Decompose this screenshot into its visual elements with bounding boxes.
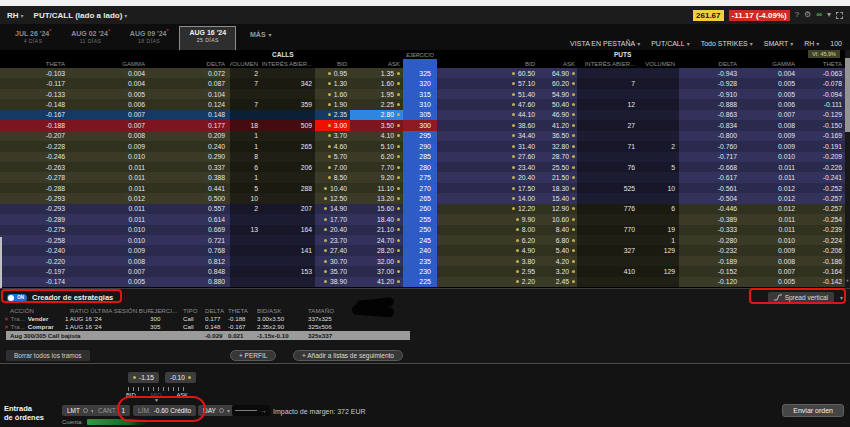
call-bid-cell[interactable]: 10.40 bbox=[315, 183, 350, 193]
put-bid-cell[interactable]: 4.90 bbox=[437, 245, 537, 255]
put-bid-cell[interactable]: 12.20 bbox=[437, 204, 537, 214]
remove-leg-icon[interactable]: ✕ bbox=[4, 316, 9, 322]
tif-chip[interactable]: DAY ▾ bbox=[198, 405, 235, 416]
strike-cell[interactable]: 290 bbox=[403, 141, 437, 151]
more-expiries-tab[interactable]: MÁS ▾ bbox=[250, 31, 272, 38]
call-ask-cell[interactable]: 24.70 bbox=[350, 235, 403, 245]
call-ask-cell[interactable]: 1.95 bbox=[350, 89, 403, 99]
slider-ask-label[interactable]: ASK bbox=[176, 392, 188, 398]
call-bid-cell[interactable]: 35.70 bbox=[315, 266, 350, 276]
put-ask-cell[interactable]: 18.30 bbox=[537, 183, 577, 193]
strike-cell[interactable]: 285 bbox=[403, 152, 437, 162]
strike-cell[interactable]: 235 bbox=[403, 256, 437, 266]
tab-expiry[interactable]: JUL 26 '24*4 DÍAS bbox=[6, 26, 60, 50]
call-ask-cell[interactable]: 13.20 bbox=[350, 193, 403, 203]
help-icon[interactable]: ? bbox=[795, 11, 799, 19]
put-ask-cell[interactable]: 50.40 bbox=[537, 99, 577, 109]
put-bid-cell[interactable]: 60.50 bbox=[437, 68, 537, 78]
call-ask-cell[interactable]: 41.20 bbox=[350, 277, 403, 287]
caret-down-icon[interactable]: ▾ bbox=[840, 294, 843, 301]
redacted-chip[interactable]: → bbox=[232, 405, 270, 416]
caret-down-icon[interactable]: ▾ bbox=[827, 11, 831, 19]
call-bid-cell[interactable]: 2.35 bbox=[315, 110, 350, 120]
put-bid-cell[interactable]: 38.60 bbox=[437, 120, 537, 130]
call-ask-cell[interactable]: 18.40 bbox=[350, 214, 403, 224]
slider-bid-label[interactable]: BID bbox=[126, 392, 136, 398]
call-ask-cell[interactable]: 11.10 bbox=[350, 183, 403, 193]
call-ask-cell[interactable]: 7.70 bbox=[350, 162, 403, 172]
put-bid-cell[interactable]: 27.60 bbox=[437, 152, 537, 162]
tab-expiry[interactable]: AUG 16 '2425 DÍAS bbox=[179, 26, 236, 50]
strike-cell[interactable]: 250 bbox=[403, 225, 437, 235]
strike-cell[interactable]: 275 bbox=[403, 172, 437, 182]
put-bid-cell[interactable]: 14.00 bbox=[437, 193, 537, 203]
put-ask-cell[interactable]: 2.45 bbox=[537, 277, 577, 287]
call-ask-cell[interactable]: 4.10 bbox=[350, 131, 403, 141]
put-ask-cell[interactable]: 21.50 bbox=[537, 172, 577, 182]
strike-cell[interactable]: 230 bbox=[403, 266, 437, 276]
put-ask-cell[interactable]: 60.20 bbox=[537, 78, 577, 88]
put-ask-cell[interactable]: 15.40 bbox=[537, 193, 577, 203]
gear-icon[interactable]: ⚙ bbox=[804, 11, 811, 19]
call-bid-cell[interactable]: 1.60 bbox=[315, 89, 350, 99]
control-todo-strikes[interactable]: Todo STRIKES▾ bbox=[701, 40, 753, 47]
put-bid-cell[interactable]: 6.20 bbox=[437, 235, 537, 245]
control-vista-en-pesta-a[interactable]: VISTA EN PESTAÑA▾ bbox=[570, 40, 640, 47]
strike-cell[interactable]: 240 bbox=[403, 245, 437, 255]
strike-cell[interactable]: 310 bbox=[403, 99, 437, 109]
price-slider[interactable] bbox=[128, 387, 186, 391]
put-ask-cell[interactable]: 28.70 bbox=[537, 152, 577, 162]
call-bid-cell[interactable]: 23.70 bbox=[315, 235, 350, 245]
put-ask-cell[interactable]: 3.20 bbox=[537, 266, 577, 276]
call-ask-cell[interactable]: 15.60 bbox=[350, 204, 403, 214]
strike-cell[interactable]: 265 bbox=[403, 193, 437, 203]
put-ask-cell[interactable]: 64.90 bbox=[537, 68, 577, 78]
call-bid-cell[interactable]: 4.60 bbox=[315, 141, 350, 151]
profile-button[interactable]: + PERFIL bbox=[230, 350, 276, 361]
control-rh[interactable]: RH▾ bbox=[804, 40, 819, 47]
call-ask-cell[interactable]: 1.60 bbox=[350, 78, 403, 88]
call-ask-cell[interactable]: 21.10 bbox=[350, 225, 403, 235]
put-bid-cell[interactable]: 2.20 bbox=[437, 277, 537, 287]
call-bid-cell[interactable]: 12.50 bbox=[315, 193, 350, 203]
put-ask-cell[interactable]: 8.40 bbox=[537, 225, 577, 235]
strike-cell[interactable]: 255 bbox=[403, 214, 437, 224]
strike-cell[interactable]: 245 bbox=[403, 235, 437, 245]
call-ask-cell[interactable]: 2.80 bbox=[350, 110, 403, 120]
put-ask-cell[interactable]: 54.90 bbox=[537, 89, 577, 99]
control-smart[interactable]: SMART▾ bbox=[764, 40, 793, 47]
bid-price-chip[interactable]: -1.15 bbox=[128, 372, 159, 383]
put-bid-cell[interactable]: 44.10 bbox=[437, 110, 537, 120]
strike-cell[interactable]: 325 bbox=[403, 68, 437, 78]
call-bid-cell[interactable]: 38.90 bbox=[315, 277, 350, 287]
strike-cell[interactable]: 260 bbox=[403, 204, 437, 214]
strike-cell[interactable]: 315 bbox=[403, 89, 437, 99]
call-ask-cell[interactable]: 6.20 bbox=[350, 152, 403, 162]
strategy-summary-row[interactable]: Aug 300/305 Call bajista -0.029 0.021 -1… bbox=[6, 331, 410, 340]
call-ask-cell[interactable]: 32.00 bbox=[350, 256, 403, 266]
put-bid-cell[interactable]: 8.00 bbox=[437, 225, 537, 235]
remove-leg-icon[interactable]: ✕ bbox=[4, 324, 9, 330]
scroll-down-icon[interactable]: ▼ bbox=[845, 278, 850, 283]
call-ask-cell[interactable]: 1.35 bbox=[350, 68, 403, 78]
limit-price-chip[interactable]: LÍM. -0.60 Crédito bbox=[133, 405, 196, 416]
call-bid-cell[interactable]: 1.30 bbox=[315, 78, 350, 88]
call-bid-cell[interactable]: 0.95 bbox=[315, 68, 350, 78]
expand-icon[interactable] bbox=[836, 12, 843, 19]
call-bid-cell[interactable]: 3.00 bbox=[315, 120, 350, 130]
add-watchlist-button[interactable]: + Añadir a listas de seguimiento bbox=[293, 350, 403, 361]
call-ask-cell[interactable]: 3.50 bbox=[350, 120, 403, 130]
call-bid-cell[interactable]: 3.70 bbox=[315, 131, 350, 141]
put-bid-cell[interactable]: 31.40 bbox=[437, 141, 537, 151]
link-icon[interactable]: ∞ bbox=[816, 11, 822, 19]
put-ask-cell[interactable]: 46.90 bbox=[537, 110, 577, 120]
submit-order-button[interactable]: Enviar orden bbox=[782, 404, 844, 417]
put-ask-cell[interactable]: 10.60 bbox=[537, 214, 577, 224]
strike-cell[interactable]: 305 bbox=[403, 110, 437, 120]
strike-cell[interactable]: 300 bbox=[403, 120, 437, 130]
scrollbar-thumb[interactable] bbox=[845, 58, 850, 132]
put-bid-cell[interactable]: 9.90 bbox=[437, 214, 537, 224]
call-bid-cell[interactable]: 30.70 bbox=[315, 256, 350, 266]
put-ask-cell[interactable]: 25.50 bbox=[537, 162, 577, 172]
call-bid-cell[interactable]: 7.00 bbox=[315, 162, 350, 172]
